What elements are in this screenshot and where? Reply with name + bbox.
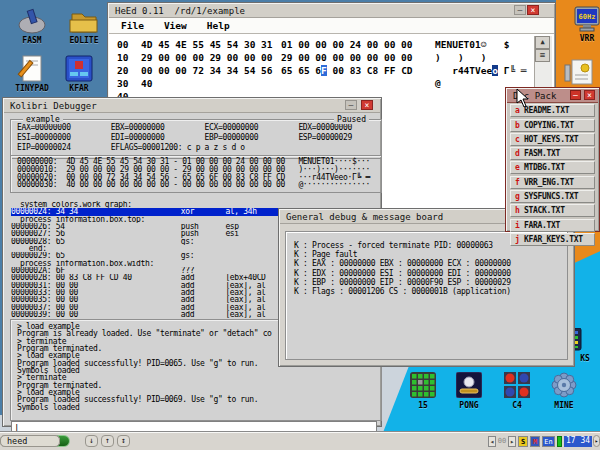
- hex-row[interactable]: 10 29 00 00 00 29 00 00 00 29 00 00 00 0…: [109, 51, 554, 64]
- hex-bytes-left: 29 00 00 00 29 00 00 00: [141, 52, 281, 63]
- board-message-line: K : EAX : 00000000 EBX : 00000000 ECX : …: [294, 259, 567, 268]
- cpu-usage-bar: [557, 436, 562, 447]
- hotkey-letter: g: [511, 192, 524, 201]
- desktop-icon-fasm[interactable]: FASM: [16, 6, 54, 45]
- minimize-all-button[interactable]: ↓: [85, 435, 98, 447]
- log-line: Symbols loaded: [17, 404, 381, 411]
- hex-offset: 30: [117, 78, 141, 89]
- file-name: KFAR_KEYS.TXT: [524, 235, 583, 244]
- docpack-file-item[interactable]: a README.TXT: [510, 104, 595, 117]
- hotkey-letter: e: [511, 163, 524, 172]
- docpack-file-item[interactable]: c HOT_KEYS.TXT: [510, 133, 595, 146]
- restore-all-button[interactable]: ↑: [101, 435, 114, 447]
- registers-panel: example Paused EAX=00000000 EBX=00000000…: [10, 119, 382, 159]
- desktop-icon-pong[interactable]: PONG: [456, 372, 490, 410]
- task-button[interactable]: heed: [0, 435, 60, 447]
- vrr-screen-text: 60Hz: [579, 13, 596, 21]
- register-line: EIP=00000024 EFLAGS=00001200: c p a z s …: [17, 143, 381, 153]
- icon-label: EOLITE: [62, 36, 106, 45]
- hex-bytes-left: 4D 45 4E 55 45 54 30 31: [141, 39, 281, 50]
- hex-bytes-right: 01 00 00 00 24 00 00 00: [281, 39, 413, 50]
- desktop-icon-docpack-app[interactable]: [564, 58, 594, 86]
- dump-line: 00000030: 40 00 00 00 00 00 00 00 - 00 0…: [17, 181, 381, 189]
- hex-row[interactable]: 00 4D 45 4E 55 45 54 30 31 01 00 00 00 2…: [109, 38, 554, 51]
- document-sun-icon: [564, 58, 594, 86]
- desktop-icon-eolite[interactable]: EOLITE: [68, 6, 106, 45]
- desktop-icon-kfar[interactable]: KFAR: [64, 54, 101, 93]
- minimize-button[interactable]: –: [570, 90, 581, 100]
- board-message-line: K : Flags : 00001206 CS : 0000001B (appl…: [294, 287, 567, 296]
- heed-title-bar[interactable]: HeEd 0.11 /rd/1/example: [109, 4, 554, 18]
- file-name: FARA.TXT: [524, 221, 560, 230]
- close-button[interactable]: ×: [527, 5, 539, 15]
- docpack-file-item[interactable]: d FASM.TXT: [510, 147, 595, 160]
- hotkey-letter: c: [511, 135, 524, 144]
- board-messages-panel: K : Process - forced terminate PID: 0000…: [285, 231, 568, 360]
- hex-offset: 10: [117, 52, 141, 63]
- speaker-tray-icon[interactable]: S: [518, 436, 528, 447]
- process-name: example: [23, 115, 63, 124]
- desktop-icon-c4[interactable]: C4: [504, 372, 538, 410]
- docpack-file-item[interactable]: g SYSFUNCS.TXT: [510, 190, 595, 203]
- docpack-window: Doc Pack – × a README.TXT b COPYING.TXT …: [505, 87, 600, 232]
- hex-bytes-left: 40: [141, 78, 281, 89]
- hotkey-letter: f: [511, 178, 524, 187]
- desktop-icon-vrr[interactable]: 60Hz VRR: [574, 6, 600, 43]
- memory-dump-panel: 00000000: 4D 45 4E 55 45 54 30 31 - 01 0…: [10, 155, 382, 193]
- hex-offset: 20: [117, 65, 141, 76]
- mixer-tray-icon[interactable]: M: [530, 436, 540, 447]
- toggle-windows-button[interactable]: ↕: [117, 435, 130, 447]
- docpack-file-item[interactable]: j KFAR_KEYS.TXT: [510, 233, 595, 246]
- scroll-up-button[interactable]: ▲: [535, 36, 550, 49]
- desktop-icon-mine[interactable]: MINE: [551, 372, 585, 410]
- window-title: HeEd 0.11 /rd/1/example: [115, 6, 245, 16]
- file-name: HOT_KEYS.TXT: [524, 135, 578, 144]
- cpu-load-value: 00: [497, 436, 507, 447]
- monitor-icon: 60Hz: [574, 6, 600, 34]
- keyboard-layout-indicator[interactable]: En: [542, 436, 555, 447]
- connect-four-icon: [504, 372, 538, 398]
- kolibrios-desktop: { "desktop": { "fragments": { "code1a": …: [0, 0, 600, 450]
- folder-icon: [68, 6, 106, 36]
- file-name: STACK.TXT: [524, 206, 565, 215]
- cpu-next-button[interactable]: ▸: [508, 436, 516, 447]
- file-name: SYSFUNCS.TXT: [524, 192, 578, 201]
- hex-ascii: r44TVeeo Г╚ ═: [435, 65, 527, 76]
- desktop-icon-tinypad[interactable]: TINYPAD: [16, 54, 54, 93]
- menu-item[interactable]: Help: [207, 20, 230, 31]
- docpack-file-item[interactable]: e MTDBG.TXT: [510, 161, 595, 174]
- fasm-icon: [16, 6, 54, 36]
- icon-label: 15: [402, 401, 444, 410]
- hex-ascii: MENUET01☺ $: [435, 39, 509, 50]
- debugger-title-bar[interactable]: Kolibri Debugger: [4, 99, 380, 113]
- scrollbar-thumb[interactable]: ≡: [535, 49, 550, 62]
- docpack-file-item[interactable]: h STACK.TXT: [510, 204, 595, 217]
- hex-ascii: @: [435, 78, 441, 89]
- board-message-line: K : EBP : 00000000 EIP : 00000F90 ESP : …: [294, 278, 567, 287]
- cpu-prev-button[interactable]: ◂: [488, 436, 496, 447]
- minesweeper-gear-icon: [551, 372, 585, 398]
- docpack-file-item[interactable]: b COPYING.TXT: [510, 119, 595, 132]
- menu-item[interactable]: View: [164, 20, 187, 31]
- clock[interactable]: 17 34: [564, 436, 592, 447]
- hex-row[interactable]: 20 00 00 00 72 34 34 54 56 65 65 6F 00 8…: [109, 64, 554, 77]
- minimize-button[interactable]: –: [345, 100, 357, 110]
- hex-row[interactable]: 30 40 @: [109, 77, 554, 90]
- hotkey-letter: j: [511, 235, 524, 244]
- docpack-file-item[interactable]: f VRR_ENG.TXT: [510, 176, 595, 189]
- heed-menu-bar: FileViewHelp: [109, 18, 554, 34]
- file-name: COPYING.TXT: [524, 121, 574, 130]
- hotkey-letter: b: [511, 121, 524, 130]
- close-button[interactable]: ×: [361, 100, 373, 110]
- desktop-icon-15[interactable]: 15: [410, 372, 444, 410]
- taskbar: ◂ MENU ↓ ↑ ↕ MTDBGBOARDDOCPAKheed ◂ 00 ▸…: [0, 432, 600, 450]
- taskbar-scroll-right[interactable]: ▸: [593, 435, 600, 447]
- menu-item[interactable]: File: [121, 20, 144, 31]
- icon-label: TINYPAD: [10, 84, 54, 93]
- close-button[interactable]: ×: [584, 90, 595, 100]
- hotkey-letter: i: [511, 221, 524, 230]
- icon-label: VRR: [572, 34, 600, 43]
- docpack-file-item[interactable]: i FARA.TXT: [510, 219, 595, 232]
- icon-label: C4: [496, 401, 538, 410]
- minimize-button[interactable]: –: [514, 5, 526, 15]
